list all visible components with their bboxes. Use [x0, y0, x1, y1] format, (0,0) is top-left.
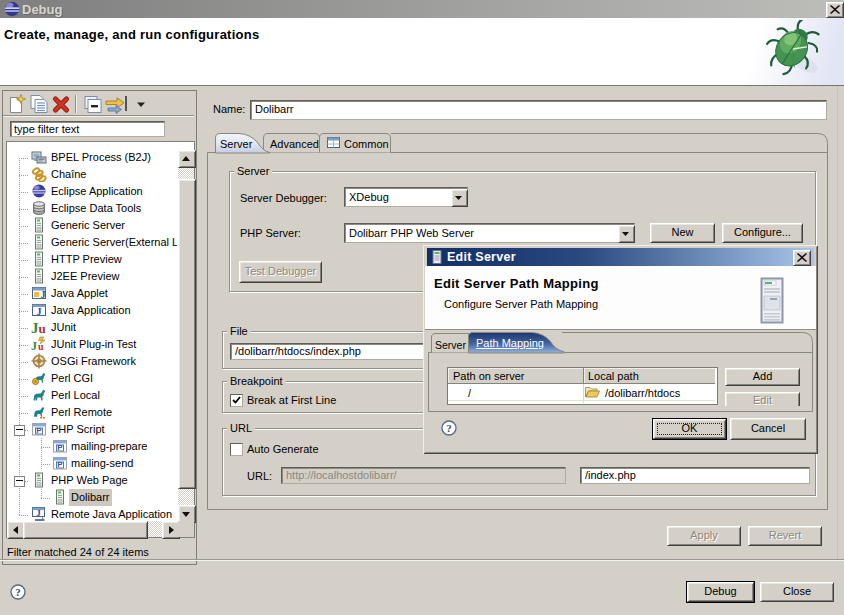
svg-text:J: J — [31, 339, 37, 352]
svg-text:P: P — [57, 443, 63, 452]
svg-text:J: J — [37, 306, 42, 317]
svg-text:?: ? — [446, 422, 452, 434]
svg-text:J: J — [36, 508, 41, 518]
svg-text:u: u — [39, 321, 46, 336]
svg-text:P: P — [36, 426, 42, 435]
svg-text:?: ? — [15, 586, 21, 598]
svg-text:J: J — [41, 289, 46, 300]
svg-text:P: P — [57, 460, 63, 469]
